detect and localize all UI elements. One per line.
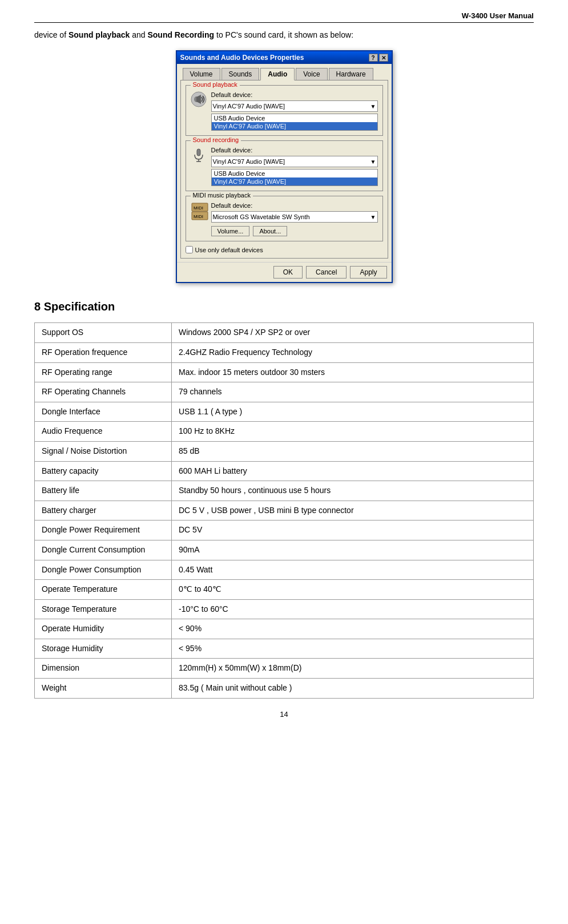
apply-button[interactable]: Apply: [350, 266, 386, 279]
spec-label: Storage Humidity: [35, 639, 172, 659]
dropdown-arrow-icon-2: ▼: [370, 159, 376, 165]
intro-text-before: device of: [34, 30, 69, 39]
spec-label: Battery charger: [35, 501, 172, 520]
table-row: Battery chargerDC 5 V , USB power , USB …: [35, 501, 534, 520]
midi-playback-content: MIDI MIDI Default device: Microsoft GS W…: [191, 202, 378, 236]
spec-value: Standby 50 hours , continuous use 5 hour…: [172, 481, 534, 501]
table-row: Operate Temperature0℃ to 40℃: [35, 580, 534, 600]
spec-value: 600 MAH Li battery: [172, 461, 534, 481]
spec-label: Dongle Interface: [35, 402, 172, 422]
intro-text-middle: and: [130, 30, 147, 39]
spec-value: 90mA: [172, 540, 534, 560]
spec-value: DC 5V: [172, 520, 534, 540]
sound-playback-label: Sound playback: [191, 81, 240, 88]
volume-button[interactable]: Volume...: [211, 226, 250, 236]
dropdown-arrow-icon-3: ▼: [370, 214, 376, 220]
midi-playback-label: MIDI music playback: [191, 192, 253, 199]
titlebar-buttons: ? ✕: [369, 54, 388, 62]
table-row: RF Operating Channels79 channels: [35, 382, 534, 402]
table-row: Support OSWindows 2000 SP4 / XP SP2 or o…: [35, 323, 534, 343]
table-row: Battery lifeStandby 50 hours , continuou…: [35, 481, 534, 501]
table-row: Audio Frequence100 Hz to 8KHz: [35, 422, 534, 442]
svg-text:MIDI: MIDI: [194, 214, 203, 219]
spec-value: 83.5g ( Main unit without cable ): [172, 679, 534, 699]
table-row: Storage Humidity < 95%: [35, 639, 534, 659]
spec-label: Battery life: [35, 481, 172, 501]
page-number: 14: [34, 710, 534, 719]
table-row: Dimension120mm(H) x 50mm(W) x 18mm(D): [35, 659, 534, 679]
spec-value: USB 1.1 ( A type ): [172, 402, 534, 422]
use-default-devices-row: Use only default devices: [186, 246, 383, 253]
tab-sounds[interactable]: Sounds: [221, 68, 260, 80]
sound-playback-list-item-1[interactable]: USB Audio Device: [212, 114, 377, 122]
ok-button[interactable]: OK: [273, 266, 303, 279]
help-button[interactable]: ?: [369, 54, 378, 62]
tab-volume[interactable]: Volume: [183, 68, 220, 80]
sound-playback-default-label: Default device:: [211, 91, 378, 98]
cancel-button[interactable]: Cancel: [306, 266, 347, 279]
sound-playback-list-item-2[interactable]: Vinyl AC'97 Audio [WAVE]: [212, 122, 377, 130]
spec-label: Signal / Noise Distortion: [35, 441, 172, 461]
sound-playback-dropdown[interactable]: Vinyl AC'97 Audio [WAVE] ▼: [211, 100, 378, 112]
svg-text:MIDI: MIDI: [194, 205, 203, 211]
tab-hardware[interactable]: Hardware: [329, 68, 373, 80]
sound-recording-content: Default device: Vinyl AC'97 Audio [WAVE]…: [191, 147, 378, 186]
spec-label: Operate Temperature: [35, 580, 172, 600]
tab-voice[interactable]: Voice: [296, 68, 327, 80]
table-row: Battery capacity600 MAH Li battery: [35, 461, 534, 481]
spec-value: Max. indoor 15 meters outdoor 30 msters: [172, 362, 534, 382]
spec-value: 0℃ to 40℃: [172, 580, 534, 600]
spec-label: Operate Humidity: [35, 619, 172, 639]
midi-playback-group: MIDI music playback MIDI MIDI: [186, 196, 383, 241]
table-row: Operate Humidity < 90%: [35, 619, 534, 639]
tab-audio[interactable]: Audio: [260, 68, 295, 80]
midi-default-label: Default device:: [211, 202, 378, 209]
use-default-devices-checkbox[interactable]: [186, 246, 193, 253]
tab-content-audio: Sound playback: [180, 80, 388, 259]
sound-recording-list-item-2[interactable]: Vinyl AC'97 Audio [WAVE]: [212, 177, 377, 185]
spec-table-body: Support OSWindows 2000 SP4 / XP SP2 or o…: [35, 323, 534, 698]
spec-label: Battery capacity: [35, 461, 172, 481]
spec-value: 0.45 Watt: [172, 560, 534, 580]
midi-dropdown[interactable]: Microsoft GS Wavetable SW Synth ▼: [211, 211, 378, 223]
dialog-title: Sounds and Audio Devices Properties: [180, 54, 304, 62]
spec-label: Dongle Power Requirement: [35, 520, 172, 540]
sound-recording-right: Default device: Vinyl AC'97 Audio [WAVE]…: [211, 147, 378, 186]
spec-value: Windows 2000 SP4 / XP SP2 or over: [172, 323, 534, 343]
intro-bold2: Sound Recording: [147, 30, 214, 39]
close-button[interactable]: ✕: [379, 54, 388, 62]
sound-playback-group: Sound playback: [186, 85, 383, 136]
sound-playback-content: Default device: Vinyl AC'97 Audio [WAVE]…: [191, 91, 378, 131]
spec-label: Audio Frequence: [35, 422, 172, 442]
sound-recording-dropdown[interactable]: Vinyl AC'97 Audio [WAVE] ▼: [211, 156, 378, 167]
table-row: Signal / Noise Distortion85 dB: [35, 441, 534, 461]
spec-value: DC 5 V , USB power , USB mini B type con…: [172, 501, 534, 520]
table-row: Storage Temperature-10°C to 60°C: [35, 599, 534, 619]
intro-bold1: Sound playback: [69, 30, 130, 39]
sound-recording-list-item-1[interactable]: USB Audio Device: [212, 170, 377, 177]
spec-label: Support OS: [35, 323, 172, 343]
spec-label: Dongle Power Consumption: [35, 560, 172, 580]
spec-label: Dimension: [35, 659, 172, 679]
spec-value: 100 Hz to 8KHz: [172, 422, 534, 442]
table-row: Dongle Current Consumption90mA: [35, 540, 534, 560]
sound-recording-dropdown-value: Vinyl AC'97 Audio [WAVE]: [213, 158, 285, 165]
microphone-icon: [191, 147, 207, 163]
page-header: W-3400 User Manual: [34, 11, 534, 23]
spec-label: Weight: [35, 679, 172, 699]
midi-playback-right: Default device: Microsoft GS Wavetable S…: [211, 202, 378, 236]
spec-label: Storage Temperature: [35, 599, 172, 619]
intro-text: device of Sound playback and Sound Recor…: [34, 29, 534, 41]
checkbox-label: Use only default devices: [195, 247, 263, 253]
spec-value: 79 channels: [172, 382, 534, 402]
table-row: Dongle Power RequirementDC 5V: [35, 520, 534, 540]
spec-value: -10°C to 60°C: [172, 599, 534, 619]
spec-value: < 95%: [172, 639, 534, 659]
dialog-window: Sounds and Audio Devices Properties ? ✕ …: [176, 50, 393, 283]
sound-playback-dropdown-value: Vinyl AC'97 Audio [WAVE]: [213, 103, 285, 110]
spec-value: 120mm(H) x 50mm(W) x 18mm(D): [172, 659, 534, 679]
about-button[interactable]: About...: [253, 226, 287, 236]
screenshot-container: Sounds and Audio Devices Properties ? ✕ …: [34, 50, 534, 283]
spec-label: RF Operating Channels: [35, 382, 172, 402]
spec-label: Dongle Current Consumption: [35, 540, 172, 560]
